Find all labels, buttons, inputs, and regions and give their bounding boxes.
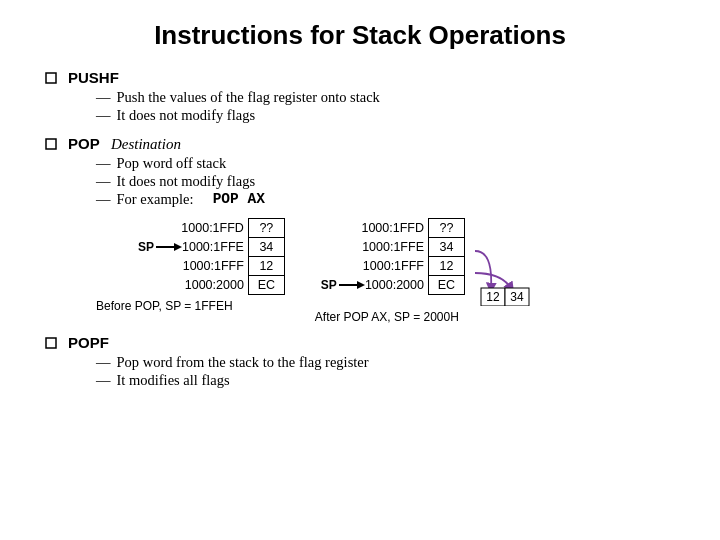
pop-list: —Pop word off stack —It does not modify …	[96, 155, 680, 208]
pop-label: POP	[68, 135, 100, 152]
popf-section: POPF —Pop word from the stack to the fla…	[40, 334, 680, 390]
pushf-label: PUSHF	[68, 69, 119, 86]
bullet-pop	[40, 137, 62, 151]
table-row: SP 1000:1FFE 34	[132, 238, 284, 257]
val-cell: 12	[248, 257, 284, 276]
val-cell: ??	[428, 219, 464, 238]
diagram-area: 1000:1FFD ?? SP	[96, 218, 680, 324]
popf-item-0: Pop word from the stack to the flag regi…	[117, 354, 369, 371]
table-row: 1000:1FFD ??	[132, 219, 284, 238]
pop-section: POP Destination —Pop word off stack —It …	[40, 135, 680, 324]
arrows-svg: 12 34 AX	[471, 218, 531, 306]
svg-rect-0	[46, 73, 56, 83]
addr-cell: 1000:1FFF	[315, 257, 429, 276]
addr-cell: 1000:1FFD	[315, 219, 429, 238]
popf-item-1: It modifies all flags	[117, 372, 230, 389]
page-title: Instructions for Stack Operations	[40, 20, 680, 51]
val-cell: 12	[428, 257, 464, 276]
table-row: 1000:2000 EC	[132, 276, 284, 295]
addr-cell: SP 1000:2000	[315, 276, 428, 294]
bullet-popf	[40, 336, 62, 350]
val-cell: EC	[248, 276, 284, 295]
val-cell: EC	[428, 276, 464, 295]
addr-cell: 1000:1FFE	[315, 238, 429, 257]
before-table: 1000:1FFD ?? SP	[132, 218, 285, 295]
after-table: 1000:1FFD ?? 1000:1FFE 34 1000:1FFF 12	[315, 218, 465, 295]
addr-cell: 1000:1FFD	[132, 219, 248, 238]
svg-text:12: 12	[486, 290, 500, 304]
table-row: 1000:1FFE 34	[315, 238, 465, 257]
before-caption: Before POP, SP = 1FFEH	[96, 299, 233, 313]
svg-rect-7	[46, 338, 56, 348]
pop-item-2: For example:	[117, 191, 194, 208]
pop-sublabel: Destination	[111, 136, 181, 152]
pop-item-0: Pop word off stack	[117, 155, 227, 172]
pushf-item-1: It does not modify flags	[117, 107, 256, 124]
pushf-section: PUSHF —Push the values of the flag regis…	[40, 69, 680, 125]
table-row: 1000:1FFD ??	[315, 219, 465, 238]
table-row: 1000:1FFF 12	[315, 257, 465, 276]
table-row: SP 1000:2000 EC	[315, 276, 465, 295]
val-cell: 34	[428, 238, 464, 257]
table-row: 1000:1FFF 12	[132, 257, 284, 276]
bullet-pushf	[40, 71, 62, 85]
addr-cell: SP 1000:1FFE	[132, 238, 248, 256]
after-caption: After POP AX, SP = 2000H	[315, 310, 459, 324]
addr-cell: 1000:1FFF	[132, 257, 248, 276]
before-diagram: 1000:1FFD ?? SP	[96, 218, 285, 313]
pop-example: POP AX	[213, 191, 265, 208]
svg-text:34: 34	[510, 290, 524, 304]
pushf-item-0: Push the values of the flag register ont…	[117, 89, 380, 106]
val-cell: 34	[248, 238, 284, 257]
svg-rect-1	[46, 139, 56, 149]
val-cell: ??	[248, 219, 284, 238]
addr-cell: 1000:2000	[132, 276, 248, 295]
pop-item-1: It does not modify flags	[117, 173, 256, 190]
popf-list: —Pop word from the stack to the flag reg…	[96, 354, 680, 389]
pushf-list: —Push the values of the flag register on…	[96, 89, 680, 124]
popf-label: POPF	[68, 334, 109, 351]
ax-col: 12 34 AX	[471, 218, 531, 306]
after-diagram: 1000:1FFD ?? 1000:1FFE 34 1000:1FFF 12	[315, 218, 531, 324]
